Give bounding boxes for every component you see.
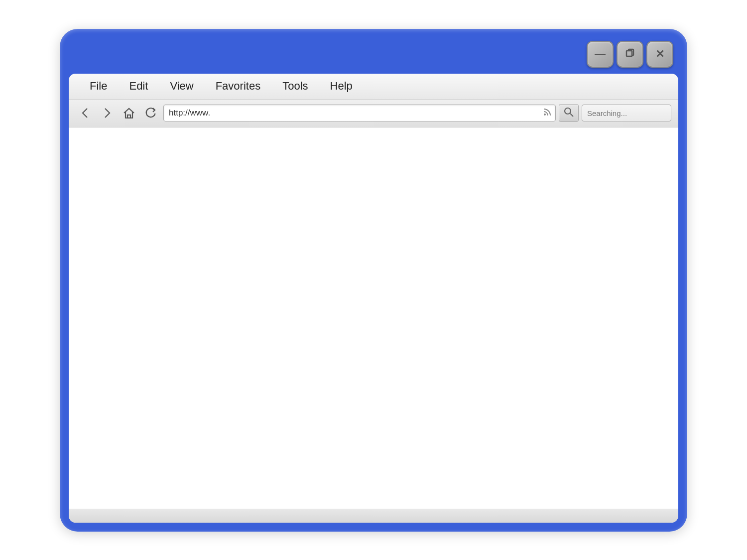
menu-favorites[interactable]: Favorites bbox=[205, 74, 271, 99]
close-button[interactable]: ✕ bbox=[646, 41, 673, 68]
menu-view[interactable]: View bbox=[159, 74, 204, 99]
go-button[interactable] bbox=[559, 104, 579, 122]
address-input[interactable] bbox=[163, 105, 556, 121]
address-bar-wrapper bbox=[163, 105, 556, 121]
toolbar bbox=[69, 100, 678, 127]
restore-button[interactable] bbox=[617, 41, 643, 68]
menu-file[interactable]: File bbox=[79, 74, 118, 99]
minimize-button[interactable]: — bbox=[587, 41, 614, 68]
status-bar bbox=[69, 509, 678, 523]
menu-tools[interactable]: Tools bbox=[271, 74, 319, 99]
title-bar: — ✕ bbox=[69, 38, 678, 74]
back-button[interactable] bbox=[76, 104, 95, 122]
menu-edit[interactable]: Edit bbox=[118, 74, 159, 99]
svg-point-4 bbox=[565, 108, 571, 114]
forward-arrow-icon bbox=[100, 106, 114, 120]
browser-window: — ✕ File Edit View Favorites Tools Help bbox=[60, 29, 687, 532]
home-icon bbox=[122, 106, 136, 120]
menu-bar: File Edit View Favorites Tools Help bbox=[69, 74, 678, 100]
svg-line-5 bbox=[570, 113, 573, 116]
svg-rect-2 bbox=[127, 115, 130, 118]
refresh-button[interactable] bbox=[141, 104, 160, 122]
back-arrow-icon bbox=[78, 106, 92, 120]
content-area bbox=[69, 127, 678, 509]
svg-rect-0 bbox=[626, 51, 632, 56]
search-input[interactable] bbox=[582, 105, 671, 121]
home-button[interactable] bbox=[120, 104, 138, 122]
browser-inner: File Edit View Favorites Tools Help bbox=[69, 74, 678, 523]
refresh-icon bbox=[144, 106, 158, 120]
menu-help[interactable]: Help bbox=[319, 74, 364, 99]
forward-button[interactable] bbox=[98, 104, 117, 122]
magnifier-icon bbox=[563, 107, 574, 120]
